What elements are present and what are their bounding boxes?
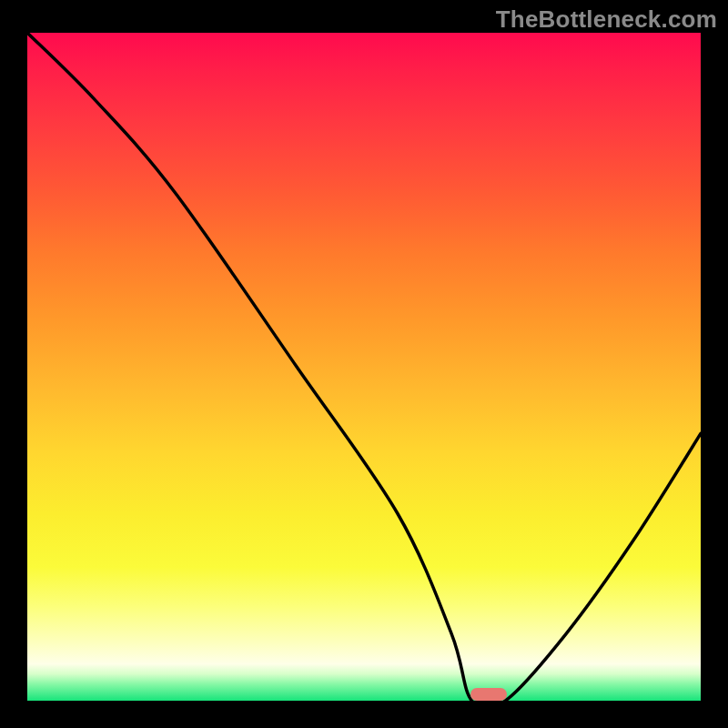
chart-frame: TheBottleneck.com	[0, 0, 728, 728]
optimal-marker	[470, 688, 507, 701]
plot-area	[27, 33, 701, 701]
curve-path	[27, 33, 701, 701]
watermark-text: TheBottleneck.com	[496, 5, 717, 34]
bottleneck-curve	[27, 33, 701, 701]
